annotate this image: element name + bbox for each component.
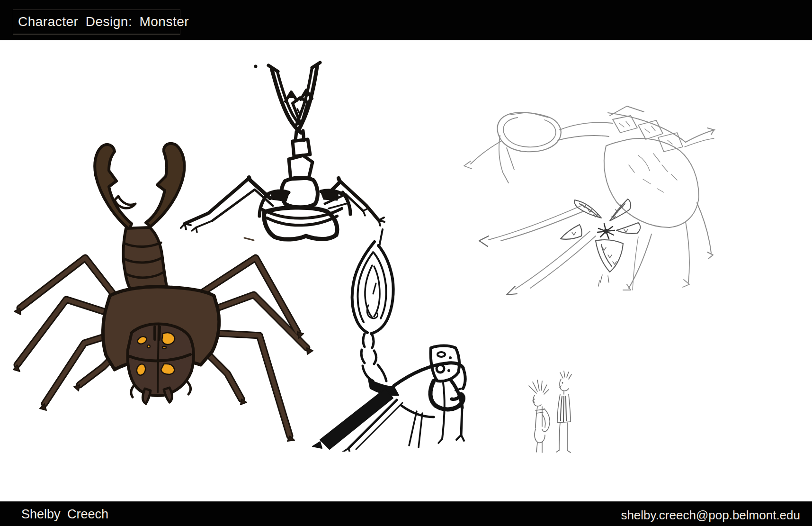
character-design-sheet: { "page": { "width": 1715, "height": 111… [0,0,812,526]
sketch-human-scale-figures [523,369,578,454]
title-box: Character Design: Monster [13,9,180,35]
sketch-monster-color-concept [13,129,316,442]
page-title: Character Design: Monster [13,14,189,29]
header-bar: Character Design: Monster [0,0,812,40]
sketch-monster-rough-pencil [439,99,716,298]
author-name: Shelby Creech [21,502,108,526]
footer-bar: Shelby Creech shelby.creech@pop.belmont.… [0,501,812,526]
author-email: shelby.creech@pop.belmont.edu [621,502,800,526]
